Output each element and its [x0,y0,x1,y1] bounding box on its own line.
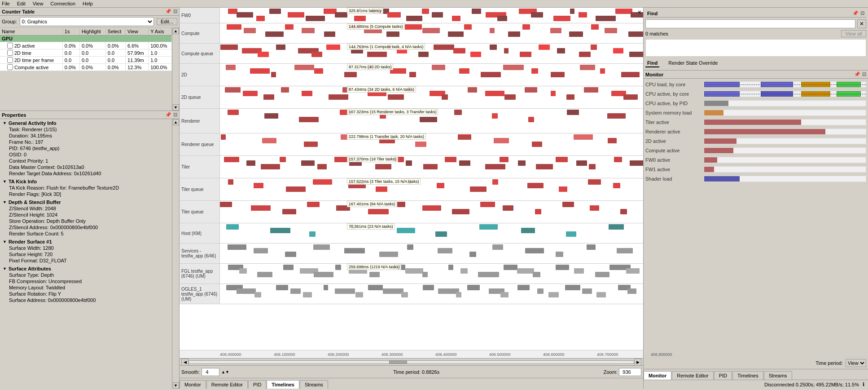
timeline-bar[interactable] [237,12,253,18]
timeline-row-content[interactable]: 222.798ms (1 Transfer task, 20 N/A tasks… [220,133,643,155]
timeline-bar[interactable] [418,52,429,57]
timeline-bar[interactable] [406,16,422,21]
row-checkbox-1[interactable] [7,43,13,49]
monitor-pin-icon[interactable]: 📌 [854,71,860,77]
timeline-bar[interactable] [367,65,375,70]
timeline-bar[interactable] [504,265,517,270]
timeline-bar[interactable] [264,113,278,119]
timeline-bar[interactable] [383,288,403,294]
timeline-bar[interactable] [588,179,601,185]
timeline-bar[interactable] [311,52,322,57]
timeline-bar[interactable] [224,157,239,162]
timeline-bar[interactable] [576,160,587,166]
timeline-bar[interactable] [422,205,441,211]
timeline-bar[interactable] [485,164,505,169]
timeline-row-content[interactable] [220,244,643,263]
timeline-bar[interactable] [527,183,544,188]
timeline-bar[interactable] [630,160,643,166]
timeline-bar[interactable] [531,12,543,18]
timeline-bar[interactable] [387,44,392,50]
timeline-bar[interactable] [294,65,315,70]
timeline-bar[interactable] [380,113,386,119]
timeline-bar[interactable] [367,52,387,57]
timeline-bar[interactable] [470,186,487,192]
timeline-bar[interactable] [225,87,241,93]
timeline-bar[interactable] [283,265,294,270]
timeline-bar[interactable] [390,68,406,74]
group-select[interactable]: 0: Graphics [20,17,154,26]
timeline-bar[interactable] [623,94,638,100]
timeline-bar[interactable] [261,164,280,169]
timeline-bar[interactable] [468,87,477,93]
timeline-bar[interactable] [290,288,301,294]
timeline-bar[interactable] [551,91,556,96]
menu-edit[interactable]: Edit [17,1,26,6]
info-icon[interactable]: ℹ [863,381,864,387]
timeline-bar[interactable] [442,94,448,100]
monitor-tab-timelines[interactable]: Timelines [732,371,763,380]
row-checkbox-4[interactable] [7,64,13,70]
timeline-bar[interactable] [533,272,540,277]
timeline-bar[interactable] [525,248,544,253]
prop-section-title[interactable]: ▼ General Activity Info [2,120,170,126]
timeline-bar[interactable] [460,268,467,274]
timeline-bar[interactable] [258,52,269,57]
prop-section-title[interactable]: ▼ Render Surface #1 [2,239,170,245]
timeline-bar[interactable] [304,142,318,147]
timeline-bar[interactable] [481,72,500,77]
timeline-bar[interactable] [344,248,365,253]
timeline-bar[interactable] [492,113,498,119]
timeline-bar[interactable] [537,288,544,294]
pin-icon[interactable]: 📌 [165,9,171,14]
timeline-bar[interactable] [615,9,632,14]
timeline-bar[interactable] [626,268,639,274]
timeline-bar[interactable] [369,272,380,277]
timeline-bar[interactable] [285,252,296,257]
timeline-bar[interactable] [452,209,469,214]
timeline-bar[interactable] [397,48,407,53]
timeline-bar[interactable] [574,268,584,274]
timeline-bar[interactable] [579,12,587,18]
timeline-bar[interactable] [518,160,526,166]
timeline-bar[interactable] [407,244,413,250]
timeline-bar[interactable] [221,134,226,140]
timeline-bar[interactable] [470,52,481,57]
prop-pin-icon[interactable]: 📌 [165,112,171,118]
timeline-bar[interactable] [536,164,553,169]
timeline-bar[interactable] [609,224,624,230]
timeline-bar[interactable] [528,117,535,122]
timeline-bar[interactable] [364,28,382,33]
timeline-bar[interactable] [617,248,633,253]
timeline-bar[interactable] [454,110,462,115]
timeline-bar[interactable] [276,285,288,290]
timeline-bar[interactable] [559,186,567,192]
timeline-bar[interactable] [479,224,498,230]
scroll-thumb[interactable] [389,361,407,363]
timeline-bar[interactable] [409,72,416,77]
timeline-bar[interactable] [350,224,355,230]
timeline-bar[interactable] [438,248,453,253]
timeline-bar[interactable] [415,142,426,147]
row-checkbox-3[interactable] [7,57,13,63]
timeline-bar[interactable] [607,113,626,119]
scroll-track[interactable] [189,360,634,364]
timeline-bar[interactable] [504,48,509,53]
timeline-bar[interactable] [324,31,335,37]
timeline-bar[interactable] [596,292,606,297]
timeline-bar[interactable] [220,44,238,50]
timeline-bar[interactable] [281,87,289,93]
scroll-right-button[interactable]: ▶ [634,359,641,366]
timeline-bar[interactable] [349,268,367,274]
timeline-bar[interactable] [302,28,315,33]
timeline-bar[interactable] [517,285,529,290]
timeline-bar[interactable] [503,205,514,211]
timeline-bar[interactable] [591,44,597,50]
timeline-bar[interactable] [464,24,472,30]
timeline-bar[interactable] [254,292,262,297]
timeline-row-content[interactable]: 87.317ms (40 2D tasks) [220,64,643,86]
timeline-bar[interactable] [341,134,348,140]
timeline-bar[interactable] [226,65,236,70]
timeline-bar[interactable] [276,44,285,50]
timeline-bar[interactable] [407,179,412,185]
properties-scrollbar[interactable]: ▲ ▼ [172,119,179,389]
